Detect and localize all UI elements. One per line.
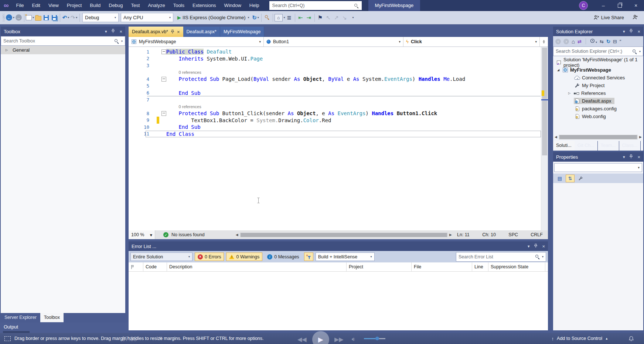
- window-position-icon[interactable]: ▾: [105, 29, 107, 34]
- undo-button[interactable]: ↶▾: [62, 13, 70, 22]
- window-position-icon[interactable]: ▾: [528, 244, 530, 249]
- forward-icon[interactable]: ›: [563, 39, 569, 44]
- column-header-line[interactable]: Line: [472, 262, 488, 271]
- previous-bookmark-button[interactable]: ↖: [324, 13, 333, 22]
- errors-filter-button[interactable]: ×0 Errors: [195, 252, 224, 261]
- toolbar-grip[interactable]: [3, 14, 5, 22]
- expander-expanded-icon[interactable]: ◢: [555, 68, 562, 72]
- output-title[interactable]: Output: [0, 323, 129, 330]
- severity-column-header[interactable]: [129, 262, 143, 271]
- health-indicator[interactable]: No issues found: [171, 232, 205, 237]
- menu-test[interactable]: Test: [127, 0, 144, 11]
- code-line[interactable]: 2Inherits System.Web.UI.Page: [129, 55, 548, 62]
- solution-explorer-title-bar[interactable]: Solution Explorer ▾ ×: [553, 27, 643, 36]
- window-position-icon[interactable]: ▾: [623, 155, 625, 159]
- column-header-code[interactable]: Code: [143, 262, 167, 271]
- redo-button[interactable]: ↷▾: [70, 13, 78, 22]
- close-icon[interactable]: ×: [119, 29, 122, 34]
- navigate-home-button[interactable]: ⌂▾: [275, 13, 285, 22]
- quick-search-input[interactable]: Search (Ctrl+Q): [269, 1, 362, 10]
- close-tab-icon[interactable]: ×: [177, 29, 180, 35]
- scrollbar-thumb[interactable]: [542, 48, 547, 155]
- categorized-view-icon[interactable]: ▤: [555, 175, 564, 182]
- menu-help[interactable]: Help: [245, 0, 263, 11]
- pin-icon[interactable]: [629, 29, 633, 34]
- column-header-description[interactable]: Description: [167, 262, 347, 271]
- error-list-title-bar[interactable]: Error List ... ▾ ×: [129, 241, 548, 251]
- panel-tab-git-ch[interactable]: Git Ch...: [575, 141, 598, 151]
- tree-item-my-project[interactable]: My Project: [553, 82, 643, 89]
- output-panel[interactable]: Output: [0, 323, 129, 333]
- error-source-dropdown[interactable]: Build + IntelliSense▾: [316, 252, 375, 261]
- toolbox-title-bar[interactable]: Toolbox ▾ ×: [1, 27, 125, 36]
- scroll-left-arrow[interactable]: ◀: [234, 233, 240, 237]
- code-line[interactable]: 3: [129, 62, 548, 69]
- solution-platform-dropdown[interactable]: Any CPU▾: [121, 13, 173, 22]
- doc-tab-deafault-aspx-vb[interactable]: Deafault.aspx.vb*×: [129, 27, 183, 37]
- alphabetical-view-icon[interactable]: ⇅: [566, 175, 575, 182]
- solution-explorer-search-input[interactable]: Search Solution Explorer (Ctrl+;) ▾: [553, 47, 643, 56]
- code-reference-count[interactable]: 0 references: [129, 103, 548, 110]
- collapse-all-icon[interactable]: ⊟: [613, 39, 617, 44]
- code-line[interactable]: 6End Sub: [129, 89, 548, 96]
- menu-extensions[interactable]: Extensions: [188, 0, 220, 11]
- video-volume-knob[interactable]: [375, 337, 379, 340]
- video-rewind-icon[interactable]: ◀◀: [297, 336, 307, 343]
- panel-tab-toolbox[interactable]: Toolbox: [40, 313, 64, 322]
- properties-title-bar[interactable]: Properties ▾ ×: [553, 152, 643, 162]
- column-header-suppression-state[interactable]: Suppression State: [488, 262, 545, 271]
- error-list-search-input[interactable]: Search Error List ▾: [456, 252, 546, 262]
- indent-increase-button[interactable]: ⇥: [305, 13, 313, 22]
- code-line[interactable]: 7: [129, 96, 548, 103]
- toolbar-overflow-icon[interactable]: ″: [620, 39, 621, 44]
- menu-analyze[interactable]: Analyze: [144, 0, 169, 11]
- doc-tab-deafault-aspx[interactable]: Deafault.aspx*: [183, 27, 220, 37]
- next-bookmark-button[interactable]: ↗: [333, 13, 341, 22]
- tree-item-connected-services[interactable]: Connected Services: [553, 74, 643, 82]
- refresh-icon[interactable]: ↻: [606, 39, 610, 44]
- video-fast-forward-icon[interactable]: ▶▶: [334, 336, 344, 343]
- menu-window[interactable]: Window: [220, 0, 245, 11]
- line-ending-indicator[interactable]: CRLF: [531, 232, 543, 237]
- close-icon[interactable]: ×: [637, 154, 640, 160]
- object-selector-dropdown[interactable]: ▾: [554, 163, 642, 172]
- add-to-source-control-button[interactable]: Add to Source Control: [557, 336, 602, 341]
- menu-edit[interactable]: Edit: [28, 0, 44, 11]
- refresh-button[interactable]: ↻▾: [252, 13, 260, 22]
- pin-icon[interactable]: [171, 30, 174, 34]
- properties-body[interactable]: [553, 183, 643, 323]
- code-line[interactable]: 10End Sub: [129, 124, 548, 131]
- pin-icon[interactable]: [111, 29, 115, 34]
- menu-tools[interactable]: Tools: [169, 0, 188, 11]
- code-area[interactable]: 1Public Class Deafault2Inherits System.W…: [129, 47, 548, 230]
- zoom-level-dropdown[interactable]: 100 %▾: [129, 230, 155, 239]
- split-editor-handle[interactable]: [540, 37, 548, 47]
- pin-icon[interactable]: [534, 244, 538, 249]
- back-icon[interactable]: ‹: [555, 39, 561, 44]
- tree-item-solution-myfirstwebspage-1-of-1-project[interactable]: Solution 'MyFirstWebspage' (1 of 1 proje…: [553, 58, 643, 66]
- video-stop-icon[interactable]: [159, 337, 162, 340]
- messages-filter-button[interactable]: i0 Messages: [265, 252, 301, 261]
- switch-views-icon[interactable]: ⇆: [600, 39, 604, 44]
- code-line[interactable]: 4Protected Sub Page_Load(ByVal sender As…: [129, 76, 548, 83]
- event-dropdown[interactable]: ϟ Click▾: [403, 37, 540, 47]
- collapse-region-icon[interactable]: [161, 111, 166, 116]
- solution-configuration-dropdown[interactable]: Debug▾: [82, 13, 119, 22]
- code-line[interactable]: 11End Class: [129, 131, 548, 138]
- panel-tab-team[interactable]: Team...: [598, 141, 619, 151]
- tree-item-web-config[interactable]: Web.config: [553, 113, 643, 120]
- column-header-file[interactable]: File: [412, 262, 472, 271]
- member-dropdown[interactable]: Button1▾: [264, 37, 403, 47]
- toggle-bookmark-button[interactable]: ⚑: [316, 13, 324, 22]
- window-position-icon[interactable]: ▾: [623, 29, 625, 34]
- scroll-right-arrow[interactable]: ▶: [638, 135, 643, 139]
- expander-collapsed-icon[interactable]: ▷: [566, 92, 573, 95]
- tree-item-packages-config[interactable]: packages.config: [553, 105, 643, 113]
- pending-changes-filter-icon[interactable]: ▾: [590, 38, 597, 44]
- scroll-right-arrow[interactable]: ▶: [448, 233, 453, 237]
- feedback-button[interactable]: [632, 14, 638, 21]
- column-header-project[interactable]: Project: [347, 262, 412, 271]
- restore-button[interactable]: [611, 0, 628, 11]
- project-dropdown[interactable]: MyFirstWebspage▾: [129, 37, 264, 47]
- code-line[interactable]: 8Protected Sub Button1_Click(sender As O…: [129, 110, 548, 117]
